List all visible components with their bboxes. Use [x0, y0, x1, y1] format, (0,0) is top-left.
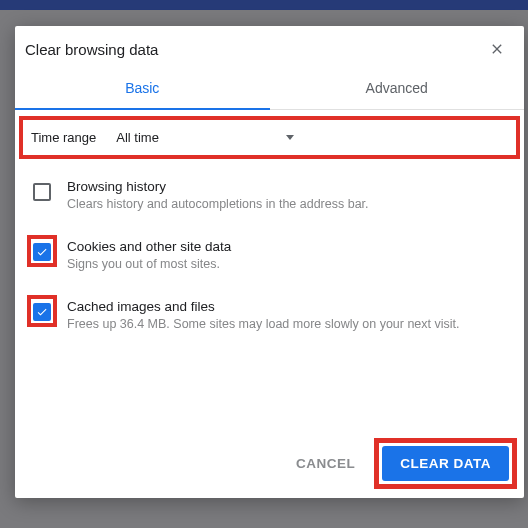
time-range-label: Time range — [31, 130, 96, 145]
option-desc: Signs you out of most sites. — [67, 256, 231, 273]
option-desc: Frees up 36.4 MB. Some sites may load mo… — [67, 316, 460, 333]
chevron-down-icon — [286, 135, 294, 140]
option-text: Cached images and filesFrees up 36.4 MB.… — [67, 299, 460, 333]
clear-data-button[interactable]: CLEAR DATA — [382, 446, 509, 481]
option-text: Cookies and other site dataSigns you out… — [67, 239, 231, 273]
option-row: Cookies and other site dataSigns you out… — [23, 233, 516, 279]
option-desc: Clears history and autocompletions in th… — [67, 196, 369, 213]
browser-top-bar — [0, 0, 528, 10]
dialog-body: Time range All time Browsing historyClea… — [15, 110, 524, 431]
checkbox-highlight — [31, 299, 53, 323]
clear-browsing-data-dialog: Clear browsing data Basic Advanced Time … — [15, 26, 524, 498]
option-title: Browsing history — [67, 179, 369, 194]
option-text: Browsing historyClears history and autoc… — [67, 179, 369, 213]
option-row: Browsing historyClears history and autoc… — [23, 173, 516, 219]
option-row: Cached images and filesFrees up 36.4 MB.… — [23, 293, 516, 339]
checkbox-highlight — [31, 239, 53, 263]
option-checkbox[interactable] — [33, 243, 51, 261]
time-range-value: All time — [116, 130, 159, 145]
tabs: Basic Advanced — [15, 68, 524, 110]
dialog-header: Clear browsing data — [15, 26, 524, 68]
dialog-title: Clear browsing data — [25, 41, 488, 58]
option-checkbox[interactable] — [33, 183, 51, 201]
time-range-row: Time range All time — [23, 120, 516, 155]
option-title: Cached images and files — [67, 299, 460, 314]
cancel-button[interactable]: CANCEL — [282, 443, 369, 484]
dialog-footer: CANCEL CLEAR DATA — [15, 431, 524, 498]
time-range-select[interactable]: All time — [110, 128, 300, 147]
close-icon[interactable] — [488, 40, 506, 58]
tab-basic[interactable]: Basic — [15, 68, 270, 109]
tab-advanced[interactable]: Advanced — [270, 68, 525, 109]
checkbox-highlight — [31, 179, 53, 203]
option-checkbox[interactable] — [33, 303, 51, 321]
clear-data-highlight: CLEAR DATA — [379, 443, 512, 484]
option-title: Cookies and other site data — [67, 239, 231, 254]
